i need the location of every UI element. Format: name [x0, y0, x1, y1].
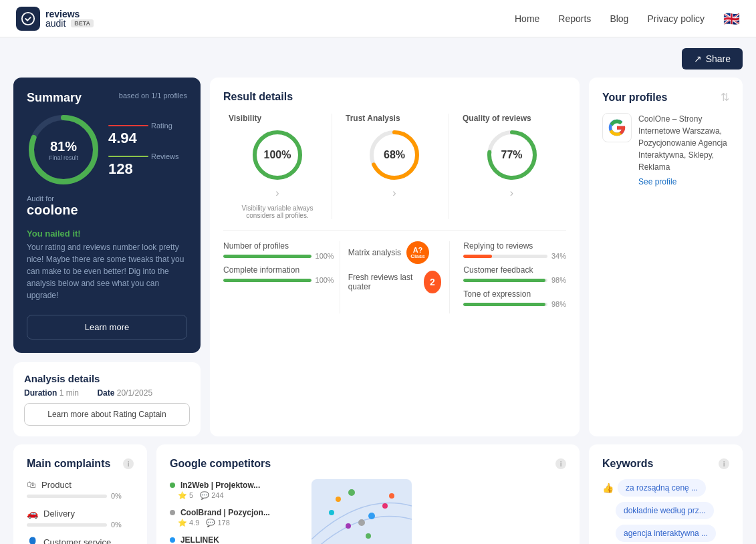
- keyword-0-row: 👍 za rozsądną cenę ...: [602, 479, 729, 497]
- keyword-2-row: agencja interaktywna ...: [602, 525, 729, 542]
- main-grid: Summary based on 1/1 profiles 81% Final …: [13, 78, 743, 436]
- fresh-label: Fresh reviews last quater: [348, 273, 418, 291]
- svg-point-12: [336, 497, 341, 502]
- competitor-2: JELLINEK ⭐ 4.9 💬 160: [170, 534, 303, 544]
- competitors-header: Google competitors i: [170, 458, 566, 470]
- complete-info-pct: 100%: [316, 276, 334, 284]
- keywords-header: Keywords i: [602, 458, 729, 470]
- nav-links: Home Reports Blog Privacy policy 🇬🇧: [515, 11, 740, 27]
- learn-more-button[interactable]: Learn more: [27, 315, 187, 339]
- logo-audit: audit: [45, 18, 66, 29]
- see-profile-link[interactable]: See profile: [638, 176, 729, 188]
- feedback-pct: 98%: [551, 276, 566, 284]
- svg-point-13: [382, 503, 388, 509]
- reviews-label: Reviews: [151, 152, 179, 160]
- trust-arrow[interactable]: ›: [392, 187, 396, 199]
- you-nailed-text: Your rating and reviews number look pret…: [27, 241, 187, 301]
- delivery-label: Delivery: [43, 509, 75, 519]
- fresh-badge: 2: [424, 271, 442, 293]
- visibility-title: Visibility: [229, 114, 261, 123]
- share-icon: ↗: [694, 53, 702, 64]
- result-top-metrics: Visibility 100% › Visibility variable al…: [223, 114, 566, 231]
- complaint-product: 🛍 Product 0%: [27, 479, 134, 500]
- service-label: Customer service: [43, 537, 111, 545]
- complete-info-label: Complete information: [223, 265, 334, 275]
- donut-center: 81% Final result: [49, 139, 78, 161]
- rating-label: Rating: [151, 122, 172, 130]
- fresh-row: Fresh reviews last quater 2: [348, 271, 442, 293]
- competitors-card: Google competitors i In2Web | Projektow.…: [156, 444, 580, 544]
- delivery-pct: 0%: [111, 521, 122, 529]
- learn-captain-button[interactable]: Learn more about Rating Captain: [24, 403, 190, 426]
- reviews-stat: Reviews 128: [108, 152, 179, 178]
- duration-label: Duration 1 min: [24, 388, 87, 398]
- rating-value: 4.94: [108, 130, 179, 147]
- visibility-arrow[interactable]: ›: [275, 187, 279, 199]
- second-row: Main complaints i 🛍 Product 0% 🚗 Deliver…: [13, 444, 743, 544]
- matrix-badge: A? Class: [406, 241, 429, 264]
- logo-text: reviews audit BETA: [45, 9, 94, 28]
- num-profiles-label: Number of profiles: [223, 241, 334, 251]
- svg-point-16: [389, 493, 394, 499]
- keywords-card: Keywords i 👍 za rozsądną cenę ... dokład…: [589, 444, 743, 544]
- service-icon: 👤: [27, 537, 38, 544]
- final-result-donut: 81% Final result: [27, 113, 100, 186]
- replying-label: Replying to reviews: [463, 241, 566, 251]
- competitor-0-name: In2Web | Projektow...: [180, 481, 260, 490]
- profiles-card: Your profiles ⇅ CoolOne – Strony Interne…: [589, 78, 743, 436]
- competitors-inner: In2Web | Projektow... ⭐ 5 💬 244 CoolBran…: [170, 479, 566, 544]
- quality-pct: 77%: [501, 149, 522, 161]
- result-card: Result details Visibility 100% › Visibil…: [210, 78, 580, 436]
- num-profiles-pct: 100%: [316, 252, 334, 260]
- analysis-title: Analysis details: [24, 373, 190, 384]
- logo[interactable]: reviews audit BETA: [16, 7, 94, 31]
- competitor-1: CoolBrand | Pozycjon... ⭐ 4.9 💬 178: [170, 507, 303, 527]
- competitor-0-reviews: 💬 244: [200, 491, 223, 500]
- language-flag[interactable]: 🇬🇧: [723, 11, 740, 27]
- nav-privacy[interactable]: Privacy policy: [647, 13, 705, 24]
- reviews-line: [108, 156, 148, 157]
- replying-metric: Replying to reviews 34%: [463, 241, 566, 260]
- thumb-icon-0: 👍: [602, 483, 614, 493]
- analysis-details: Analysis details Duration 1 min Date 20/…: [13, 362, 201, 436]
- audit-name: coolone: [27, 202, 187, 218]
- trust-chart: 68%: [368, 128, 421, 182]
- nav-home[interactable]: Home: [515, 13, 539, 24]
- competitor-0: In2Web | Projektow... ⭐ 5 💬 244: [170, 479, 303, 500]
- nav-blog[interactable]: Blog: [610, 13, 628, 24]
- competitor-list: In2Web | Projektow... ⭐ 5 💬 244 CoolBran…: [170, 479, 303, 544]
- competitor-0-rating: ⭐ 5: [178, 491, 193, 500]
- keywords-info-icon[interactable]: i: [719, 458, 729, 469]
- audit-for-section: Audit for coolone: [27, 194, 187, 218]
- keyword-2[interactable]: agencja interaktywna ...: [616, 525, 716, 542]
- svg-point-10: [368, 513, 375, 519]
- share-button[interactable]: ↗ Share: [682, 48, 743, 70]
- reviews-value: 128: [108, 160, 179, 178]
- product-label: Product: [41, 480, 72, 490]
- quality-arrow[interactable]: ›: [510, 187, 513, 199]
- profile-logo: [602, 113, 632, 142]
- summary-stats: 81% Final result Rating 4.94: [27, 113, 187, 186]
- competitors-info-icon[interactable]: i: [555, 458, 566, 469]
- left-metrics: Number of profiles 100% Complete informa…: [223, 241, 334, 313]
- feedback-label: Customer feedback: [463, 265, 566, 275]
- profiles-title: Your profiles: [602, 92, 668, 104]
- keyword-0[interactable]: za rozsądną cenę ...: [618, 479, 706, 497]
- mid-metrics: Matrix analysis A? Class Fresh reviews l…: [340, 241, 451, 313]
- replying-pct: 34%: [551, 252, 566, 260]
- num-profiles-bar: [223, 255, 311, 258]
- audit-for-label: Audit for: [27, 194, 187, 202]
- tone-pct: 98%: [551, 300, 566, 308]
- keywords-title: Keywords: [602, 458, 653, 470]
- competitors-title: Google competitors: [170, 458, 271, 470]
- complaints-info-icon[interactable]: i: [123, 458, 134, 469]
- keyword-1[interactable]: dokładnie według prz...: [616, 502, 714, 519]
- nav-reports[interactable]: Reports: [558, 13, 591, 24]
- profile-info: CoolOne – Strony Internetowe Warszawa, P…: [638, 113, 729, 188]
- complete-info-bar: [223, 279, 311, 282]
- profiles-scroll-icon[interactable]: ⇅: [721, 91, 729, 104]
- competitor-1-reviews: 💬 178: [206, 519, 229, 527]
- svg-point-9: [348, 489, 355, 496]
- competitor-1-dot: [170, 510, 175, 515]
- product-icon: 🛍: [27, 479, 36, 490]
